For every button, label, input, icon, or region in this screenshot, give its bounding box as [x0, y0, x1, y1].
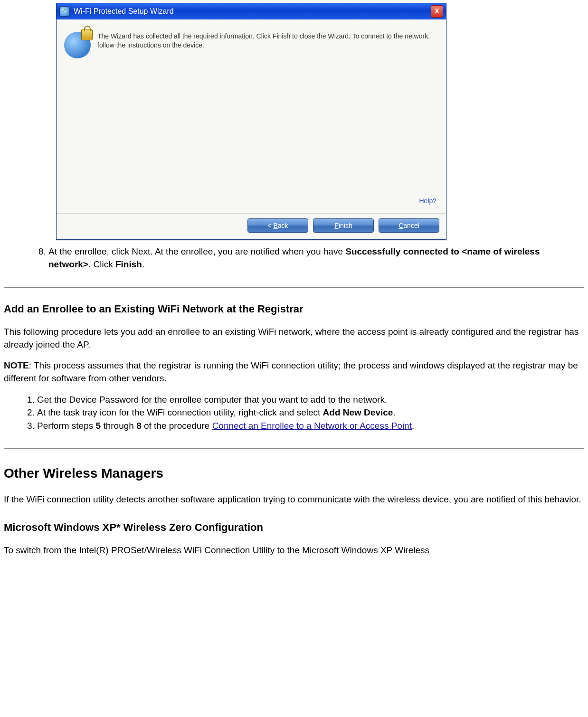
wizard-screenshot: Wi-Fi Protected Setup Wizard X The Wizar… — [56, 3, 584, 240]
wizard-button-bar: < Back Finish Cancel — [57, 213, 446, 239]
note-label: NOTE — [4, 360, 29, 370]
step8-text-a: At the enrollee, click Next. At the enro… — [48, 246, 345, 256]
s3-bold-5: 5 — [96, 421, 101, 431]
enrollee-heading: Add an Enrollee to an Existing WiFi Netw… — [4, 303, 584, 315]
s2-text-a: At the task tray icon for the WiFi conne… — [37, 407, 323, 417]
titlebar: Wi-Fi Protected Setup Wizard X — [57, 3, 446, 19]
s2-text-b: . — [393, 407, 395, 417]
divider-1 — [4, 287, 584, 288]
cancel-button[interactable]: Cancel — [379, 218, 439, 233]
finish-button[interactable]: Finish — [313, 218, 374, 233]
enrollee-step-3: Perform steps 5 through 8 of the procedu… — [37, 420, 579, 432]
enrollee-step-2: At the task tray icon for the WiFi conne… — [37, 406, 579, 419]
close-icon[interactable]: X — [431, 5, 443, 18]
window-title: Wi-Fi Protected Setup Wizard — [74, 7, 431, 16]
wzc-heading: Microsoft Windows XP* Wireless Zero Conf… — [4, 521, 584, 534]
wzc-para: To switch from the Intel(R) PROSet/Wirel… — [4, 544, 584, 557]
enrollee-steps: Get the Device Password for the enrollee… — [27, 394, 584, 432]
help-link[interactable]: Help? — [419, 197, 436, 205]
enrollee-para1: This following procedure lets you add an… — [4, 326, 584, 351]
s3-text-c: . — [412, 421, 414, 431]
s3-mid: through — [101, 421, 136, 431]
divider-2 — [4, 448, 584, 449]
enrollee-note: NOTE: This process assumes that the regi… — [4, 359, 584, 385]
step-8: At the enrollee, click Next. At the enro… — [48, 245, 579, 271]
wizard-message: The Wizard has collected all the require… — [97, 32, 438, 50]
step8-bold-b: Finish — [115, 259, 142, 269]
s2-bold: Add New Device — [323, 407, 393, 417]
wifi-lock-icon — [64, 32, 91, 58]
other-managers-heading: Other Wireless Managers — [4, 466, 584, 481]
back-button[interactable]: < Back — [247, 218, 308, 233]
step8-text-c: . — [142, 259, 144, 269]
connect-enrollee-link[interactable]: Connect an Enrollee to a Network or Acce… — [212, 421, 412, 431]
s3-text-a: Perform steps — [37, 421, 96, 431]
step8-text-b: . Click — [88, 259, 115, 269]
s3-text-b: of the procedure — [142, 421, 212, 431]
s3-bold-8: 8 — [136, 421, 142, 431]
other-managers-para: If the WiFi connection utility detects a… — [4, 493, 584, 506]
outer-step-list: At the enrollee, click Next. At the enro… — [38, 245, 584, 271]
wizard-title-icon — [59, 6, 70, 17]
note-text: : This process assumes that the registra… — [4, 360, 578, 383]
wizard-body: The Wizard has collected all the require… — [57, 19, 446, 213]
enrollee-step-1: Get the Device Password for the enrollee… — [37, 394, 579, 406]
wizard-window: Wi-Fi Protected Setup Wizard X The Wizar… — [56, 3, 446, 240]
